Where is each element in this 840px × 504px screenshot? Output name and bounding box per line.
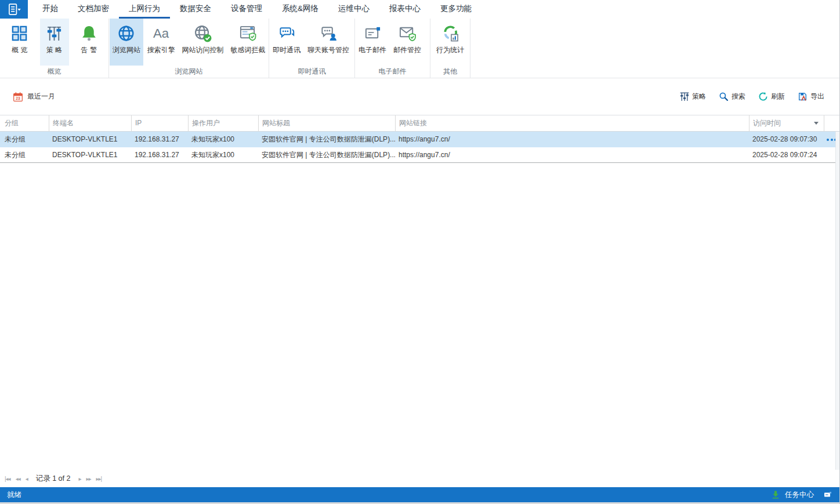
ribbon-button[interactable]: 概 览 <box>5 19 34 66</box>
window-shield-icon <box>239 23 257 43</box>
toolbar-action-label: 导出 <box>810 92 824 101</box>
toolbar-action[interactable]: 刷新 <box>758 92 785 101</box>
globe-icon <box>117 23 135 43</box>
ribbon-tab[interactable]: 系统&网络 <box>272 0 328 19</box>
toolbar-action[interactable]: 搜索 <box>719 92 745 101</box>
column-header-url[interactable]: 网站链接 <box>395 115 749 131</box>
ribbon-button[interactable]: 策 略 <box>40 19 69 66</box>
toolbar-action-label: 刷新 <box>771 92 785 101</box>
cell-url: https://angu7.cn/ <box>395 147 749 163</box>
tab-label: 开始 <box>42 4 58 13</box>
column-header-group[interactable]: 分组 <box>0 115 49 131</box>
cell-ip: 192.168.31.27 <box>131 147 188 163</box>
column-header-time[interactable]: 访问时间 <box>749 115 824 131</box>
ribbon-tab[interactable]: 设备管理 <box>221 0 272 19</box>
task-center-button[interactable]: 任务中心 <box>785 490 814 500</box>
search-icon <box>719 92 729 101</box>
date-range-filter[interactable]: 最近一月 <box>13 92 55 102</box>
export-icon <box>798 92 808 101</box>
message-icon[interactable] <box>823 490 832 499</box>
column-header-title[interactable]: 网站标题 <box>258 115 395 131</box>
status-ready-label: 就绪 <box>7 490 21 500</box>
ribbon-tab[interactable]: 开始 <box>32 0 68 19</box>
app-menu-button[interactable] <box>0 0 28 19</box>
calendar-icon <box>13 92 23 102</box>
column-header-user[interactable]: 操作用户 <box>188 115 258 131</box>
ribbon-tab[interactable]: 更多功能 <box>430 0 481 19</box>
tab-list: 开始 文档加密 上网行为 数据安全 设备管理 系统&网络 运维中心 <box>32 0 481 19</box>
refresh-icon <box>758 92 768 101</box>
ribbon-button-label: 浏览网站 <box>113 45 140 55</box>
ribbon-group-web-browsing: 浏览网站 搜索引擎 网站访问控制 敏感词拦截 浏览网站 <box>109 19 269 78</box>
ribbon-button[interactable]: 行为统计 <box>433 19 467 66</box>
toolbar-action[interactable]: 策略 <box>679 92 706 101</box>
table-body: 未分组 DESKTOP-VLKTLE1 192.168.31.27 未知玩家x1… <box>0 132 839 163</box>
ribbon-group-email: 电子邮件 邮件管控 电子邮件 <box>355 19 430 78</box>
ribbon-button-label: 告 警 <box>81 45 97 55</box>
download-icon[interactable] <box>771 490 780 499</box>
pager-record-label: 记录 1 of 2 <box>36 474 71 484</box>
cell-title: 安固软件官网 | 专注公司数据防泄漏(DLP)... <box>258 147 395 163</box>
ribbon-tab[interactable]: 文档加密 <box>68 0 119 19</box>
ribbon-button[interactable]: 即时通讯 <box>270 19 303 66</box>
toolbar-action[interactable]: 导出 <box>798 92 824 101</box>
cell-group: 未分组 <box>0 147 49 163</box>
mail-icon <box>364 23 382 43</box>
sliders-dark-icon <box>679 92 689 101</box>
column-header-terminal[interactable]: 终端名 <box>49 115 131 131</box>
pager-next-fast-button[interactable]: ▸▸ <box>86 476 91 482</box>
ribbon-button-label: 网站访问控制 <box>182 45 223 55</box>
ribbon-group-caption: 电子邮件 <box>355 66 430 78</box>
ribbon-button-label: 搜索引擎 <box>147 45 175 55</box>
table-header: 分组 终端名 IP 操作用户 网站标题 网站链接 访问时间 <box>0 115 839 132</box>
ribbon-button-label: 概 览 <box>12 45 27 55</box>
ribbon-button[interactable]: 电子邮件 <box>356 19 389 66</box>
ribbon-button-label: 邮件管控 <box>393 45 421 55</box>
ribbon-tab[interactable]: 报表中心 <box>379 0 430 19</box>
table-row[interactable]: 未分组 DESKTOP-VLKTLE1 192.168.31.27 未知玩家x1… <box>0 147 839 163</box>
pager-prev-button[interactable]: ◂ <box>26 476 28 482</box>
ribbon-button[interactable]: 搜索引擎 <box>144 19 178 66</box>
date-range-label: 最近一月 <box>27 92 55 101</box>
ribbon-button[interactable]: 浏览网站 <box>110 19 143 66</box>
sliders-icon <box>45 23 63 43</box>
tab-label: 运维中心 <box>338 4 370 13</box>
cell-url: https://angu7.cn/ <box>395 132 749 147</box>
ribbon-button[interactable]: 告 警 <box>74 19 103 66</box>
pager-last-button[interactable]: ▸▸| <box>96 476 102 482</box>
ribbon-button[interactable]: 邮件管控 <box>390 19 424 66</box>
scrollbar-track[interactable] <box>835 132 839 470</box>
ribbon-button-label: 即时通讯 <box>273 45 300 55</box>
globe-chart-icon <box>441 23 459 43</box>
ribbon-button[interactable]: 敏感词拦截 <box>227 19 268 66</box>
grid-empty-area <box>0 163 839 470</box>
cell-terminal: DESKTOP-VLKTLE1 <box>49 147 131 163</box>
toolbar-actions: 策略 搜索 刷新 导出 <box>679 92 824 101</box>
pager-first-button[interactable]: |◂◂ <box>5 476 10 482</box>
ribbon-button-label: 电子邮件 <box>359 45 386 55</box>
mail-shield-icon <box>399 23 417 43</box>
tab-label: 报表中心 <box>389 4 421 13</box>
ribbon-tab[interactable]: 上网行为 <box>119 0 170 19</box>
cell-user: 未知玩家x100 <box>188 147 258 163</box>
cell-time: 2025-02-28 09:07:24 <box>749 147 824 163</box>
column-header-ip[interactable]: IP <box>131 115 188 131</box>
table-row[interactable]: 未分组 DESKTOP-VLKTLE1 192.168.31.27 未知玩家x1… <box>0 132 839 147</box>
pager-next-button[interactable]: ▸ <box>78 476 81 482</box>
ribbon-tab[interactable]: 数据安全 <box>170 0 221 19</box>
ribbon-button-label: 策 略 <box>46 45 62 55</box>
tab-label: 设备管理 <box>231 4 262 13</box>
pager-prev-fast-button[interactable]: ◂◂ <box>16 476 20 482</box>
ribbon-button-label: 敏感词拦截 <box>230 45 265 55</box>
ribbon-button[interactable]: 聊天账号管控 <box>305 19 352 66</box>
cell-user: 未知玩家x100 <box>188 132 258 147</box>
ribbon-group-overview: 概 览 策 略 告 警 概览 <box>0 19 109 78</box>
aa-icon <box>152 23 170 43</box>
toolbar-action-label: 策略 <box>692 92 706 101</box>
tab-label: 文档加密 <box>78 4 109 13</box>
ribbon-group-caption: 浏览网站 <box>109 66 269 78</box>
ribbon-tab[interactable]: 运维中心 <box>328 0 379 19</box>
ribbon: 概 览 策 略 告 警 概览 浏览网站 <box>0 19 839 78</box>
cell-title: 安固软件官网 | 专注公司数据防泄漏(DLP)... <box>258 132 395 147</box>
ribbon-button[interactable]: 网站访问控制 <box>179 19 227 66</box>
